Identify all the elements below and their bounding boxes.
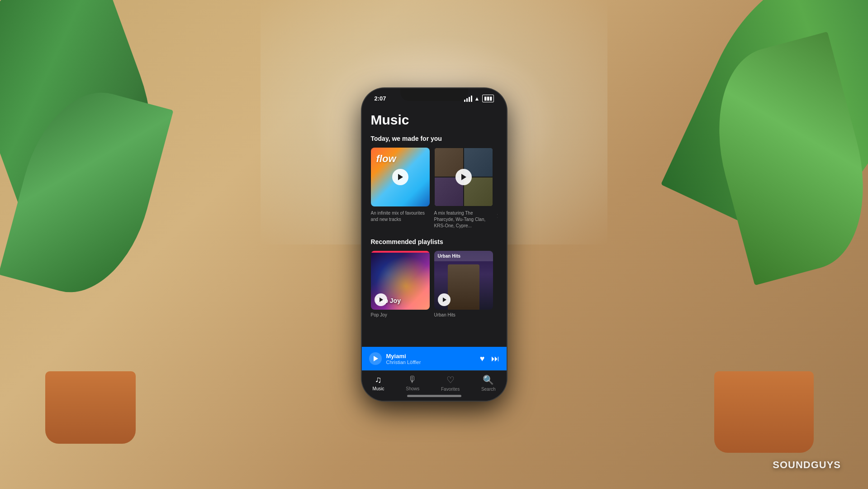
tab-shows[interactable]: 🎙 Shows: [406, 374, 419, 392]
today-section: Today, we made for you flow An infinite …: [371, 135, 498, 229]
flow-description: An infinite mix of favourites and new tr…: [371, 210, 430, 223]
flow-text: flow: [376, 153, 396, 165]
now-playing-artist: Christian Löffler: [386, 360, 475, 365]
tab-search[interactable]: 🔍 Search: [481, 374, 496, 392]
heart-icon[interactable]: ♥: [480, 354, 485, 364]
pot-right: [714, 371, 814, 453]
urban-hits-image: Urban Hits: [434, 251, 493, 310]
krs-description: A mix featuring The Pharcyde, Wu-Tang Cl…: [434, 210, 493, 229]
shows-tab-icon: 🎙: [408, 374, 417, 385]
urban-hits-label: Urban Hits: [434, 312, 493, 317]
now-playing-bar[interactable]: Myiami Christian Löffler ♥ ⏭: [362, 347, 507, 370]
urban-play-button[interactable]: [438, 293, 451, 306]
card-pop-joy[interactable]: Pop Joy Pop Joy: [371, 251, 430, 317]
wifi-icon: ▲: [474, 96, 480, 102]
card-krs-image: [434, 148, 493, 206]
pop-joy-image: Pop Joy: [371, 251, 430, 310]
now-playing-controls: ♥ ⏭: [480, 354, 499, 364]
playlist-section: Recommended playlists Pop Joy Pop Joy: [371, 238, 498, 317]
music-tab-icon: ♫: [375, 374, 382, 385]
playlist-cards-row: Pop Joy Pop Joy Urban Hits: [371, 251, 498, 317]
play-triangle-icon: [379, 297, 383, 302]
main-play-button[interactable]: [369, 352, 382, 365]
status-icons: ▲ ▮▮▮: [464, 95, 494, 102]
skip-forward-icon[interactable]: ⏭: [491, 354, 499, 364]
urban-banner: Urban Hits: [434, 251, 493, 261]
play-icon: [374, 356, 378, 361]
pop-joy-play-button[interactable]: [375, 293, 387, 306]
music-tab-label: Music: [372, 386, 384, 391]
favorites-tab-icon: ♡: [446, 374, 455, 385]
tab-music[interactable]: ♫ Music: [372, 374, 384, 392]
today-section-title: Today, we made for you: [371, 135, 498, 142]
search-tab-icon: 🔍: [483, 374, 494, 385]
card-flow[interactable]: flow An infinite mix of favourites and n…: [371, 148, 430, 229]
favorites-tab-label: Favorites: [441, 387, 460, 392]
card-urban-hits[interactable]: Urban Hits Urban Hits: [434, 251, 493, 317]
play-triangle-icon: [398, 174, 403, 180]
tab-favorites[interactable]: ♡ Favorites: [441, 374, 460, 392]
play-triangle-icon: [461, 174, 466, 180]
page-title: Music: [371, 112, 498, 128]
card-krs[interactable]: A mix featuring The Pharcyde, Wu-Tang Cl…: [434, 148, 493, 229]
phone-frame: 2:07 ▲ ▮▮▮ Music Today, we made for you: [362, 88, 507, 401]
now-playing-info: Myiami Christian Löffler: [386, 353, 475, 365]
card-flow-image: flow: [371, 148, 430, 206]
now-playing-title: Myiami: [386, 353, 475, 360]
home-indicator: [407, 395, 461, 397]
today-cards-row: flow An infinite mix of favourites and n…: [371, 148, 498, 229]
krs-play-button[interactable]: [455, 169, 472, 185]
status-time: 2:07: [375, 95, 386, 102]
playlist-section-title: Recommended playlists: [371, 238, 498, 245]
soundguys-watermark: SOUNDGUYS: [773, 459, 841, 471]
play-triangle-icon: [443, 297, 446, 302]
phone-screen: 2:07 ▲ ▮▮▮ Music Today, we made for you: [362, 88, 507, 401]
urban-person-image: [448, 264, 479, 310]
plant-left: [0, 0, 204, 489]
battery-icon: ▮▮▮: [482, 95, 494, 102]
pink-bar: [371, 251, 430, 253]
plant-right: [642, 0, 868, 489]
pot-left: [45, 371, 136, 444]
notch: [400, 88, 468, 101]
flow-play-button[interactable]: [392, 169, 408, 185]
shows-tab-label: Shows: [406, 386, 419, 391]
pop-joy-label: Pop Joy: [371, 312, 430, 317]
app-content: Music Today, we made for you flow An: [362, 106, 507, 347]
search-tab-label: Search: [481, 387, 496, 392]
